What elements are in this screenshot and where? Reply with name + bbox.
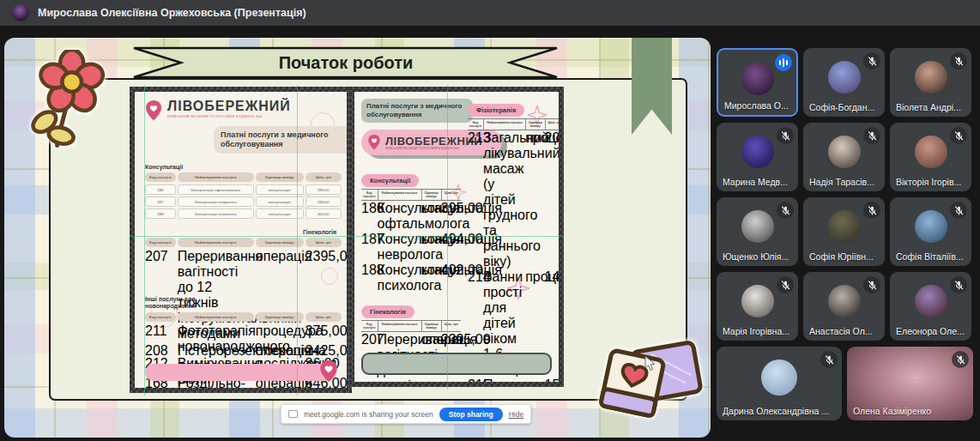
speaking-indicator-icon	[775, 54, 792, 71]
participant-name: Марія Ігорівна...	[723, 326, 789, 336]
participant-tile[interactable]: Віолета Андрі...	[890, 48, 971, 117]
col-header: Ціна, грн	[545, 119, 559, 130]
table-row: 186 Консультація офтальмолога консультац…	[361, 201, 461, 232]
cell-price: 375,00	[305, 323, 342, 354]
cell-service: Консультація офтальмолога	[178, 184, 254, 195]
participant-tile[interactable]: Дарина Олександрівна ...	[717, 347, 842, 420]
cell-unit: консультація	[421, 201, 441, 232]
cell-price: 200,00	[545, 130, 559, 269]
clinic-name: ЛІВОБЕРЕЖНИЙ	[167, 99, 291, 113]
presentation-title-bar: Мирослава Олексіївна Оржеховська (Презен…	[0, 0, 980, 26]
col-header: Ціна, грн	[441, 190, 461, 201]
cell-service: Консультація психолога	[378, 263, 421, 293]
avatar	[741, 63, 774, 95]
flower-sticker	[18, 50, 116, 149]
document-selection-frame: Платні послуги з медичного обслуговуванн…	[349, 87, 564, 387]
mic-muted-icon	[952, 351, 969, 368]
participant-tile[interactable]: Олена Казіміренко	[847, 347, 973, 420]
cell-code: 186	[145, 184, 176, 195]
guide-line	[130, 236, 564, 237]
price-list-document-1: ЛІВОБЕРЕЖНИЙ КИЇВСЬКИЙ МІСЬКИЙ ПОЛОГОВИЙ…	[135, 92, 347, 388]
section-name: Гінекологія	[361, 305, 414, 318]
participant-tile[interactable]: Марія Ігорівна...	[717, 272, 798, 341]
guide-line	[297, 85, 298, 396]
col-header: Найменування послуги	[483, 119, 525, 130]
col-header: Код послуги	[361, 321, 378, 332]
participant-tile[interactable]: Софія Віталіїв...	[890, 197, 971, 266]
participant-name: Софія Віталіїв...	[896, 251, 964, 262]
col-header: Найменування послуги	[178, 238, 254, 247]
mic-muted-icon	[820, 351, 838, 368]
participant-name: Софія Юріївн...	[809, 251, 874, 262]
avatar	[915, 136, 947, 168]
screen-share-icon	[288, 410, 298, 418]
mic-muted-icon	[777, 202, 794, 219]
guide-line	[447, 85, 448, 390]
col-header: Найменування послуги	[178, 312, 254, 322]
cell-price: 402,00	[441, 263, 461, 293]
table-row: 186 Консультація офтальмолога консультац…	[145, 184, 336, 195]
participant-grid: Мирослава О... Софія-Богдан...	[717, 48, 976, 420]
cell-code: 215	[468, 378, 483, 382]
stop-sharing-button[interactable]: Stop sharing	[439, 408, 503, 421]
avatar	[828, 136, 861, 168]
participant-tile[interactable]: Софія Юріївн...	[803, 197, 885, 266]
col-header: Найменування послуги	[378, 190, 421, 201]
col-header: Код послуги	[468, 119, 483, 130]
cell-price: 494,00	[305, 196, 342, 207]
participant-tile[interactable]: Марина Медв...	[717, 123, 798, 191]
cell-unit: консультація	[421, 263, 441, 293]
avatar	[915, 210, 947, 243]
share-message: meet.google.com is sharing your screen	[304, 410, 433, 419]
cell-service: Консультація офтальмолога	[378, 201, 421, 232]
doc2-footer-bar	[361, 353, 552, 375]
participant-tile[interactable]: Вікторія Ігорів...	[890, 123, 971, 191]
participant-name: Софія-Богдан...	[809, 102, 874, 112]
section-name: Консультації	[145, 164, 336, 170]
cell-code: 188	[145, 208, 176, 219]
cell-unit: процедура	[525, 378, 544, 382]
participant-name: Мирослава О...	[724, 100, 789, 111]
col-header: Код послуги	[361, 190, 378, 201]
mic-muted-icon	[950, 276, 967, 293]
participant-name: Олена Казіміренко	[853, 406, 931, 416]
hide-link[interactable]: Hide	[509, 410, 523, 419]
avatar	[741, 136, 774, 168]
table-row: 188 Консультація психолога консультація …	[145, 208, 336, 219]
table-row: 215 Процедури лікувальної гімнастики для…	[468, 378, 559, 382]
cell-service: Консультація невролога	[178, 196, 254, 207]
col-header: Найменування послуги	[178, 172, 254, 182]
avatar	[761, 359, 797, 396]
avatar	[828, 285, 861, 317]
col-header: Ціна, грн	[305, 238, 342, 247]
heart-pin-icon	[366, 133, 382, 152]
mic-muted-icon	[950, 202, 967, 219]
section-name: Гінекологія	[145, 229, 336, 235]
cell-service: Фототерапія новонародженого	[178, 323, 254, 354]
cell-price: 395,00	[305, 184, 342, 195]
col-header: Ціна, грн	[441, 321, 461, 332]
col-header: Одиниця виміру	[421, 190, 441, 201]
mic-muted-icon	[950, 52, 967, 69]
participant-tile[interactable]: Ющенко Юлія...	[717, 197, 798, 266]
doc1-footer-bar	[145, 364, 336, 381]
participant-name: Елеонора Оле...	[896, 326, 965, 336]
clinic-logo: ЛІВОБЕРЕЖНИЙ КИЇВСЬКИЙ МІСЬКИЙ ПОЛОГОВИЙ…	[143, 99, 291, 123]
section-name: Консультації	[361, 174, 419, 187]
col-header: Одиниця виміру	[421, 321, 441, 332]
doc1-title: Платні послуги з медичного обслуговуванн…	[214, 126, 347, 154]
participant-tile[interactable]: Надія Тарасів...	[803, 123, 885, 191]
participant-tile[interactable]: Елеонора Оле...	[890, 272, 971, 341]
section-name: Фізіотерапія	[468, 104, 524, 117]
participant-tile[interactable]: Анастасія Ол...	[803, 272, 885, 341]
participant-tile[interactable]: Софія-Богдан...	[803, 48, 885, 117]
participant-name: Вікторія Ігорів...	[896, 177, 961, 187]
cell-service: Процедури лікувальної гімнастики для діт…	[483, 378, 525, 382]
doc2-title: Платні послуги з медичного обслуговуванн…	[361, 99, 473, 123]
participant-tile[interactable]: Мирослава О...	[717, 48, 798, 117]
mic-muted-icon	[777, 127, 794, 144]
col-header: Код послуги	[145, 172, 176, 182]
col-header: Ціна, грн	[305, 172, 342, 182]
clinic-subtitle: КИЇВСЬКИЙ МІСЬКИЙ ПОЛОГОВИЙ БУДИНОК №6	[167, 114, 291, 118]
table-row: 213 Загальний лікувальний масаж (у дітей…	[468, 130, 559, 269]
